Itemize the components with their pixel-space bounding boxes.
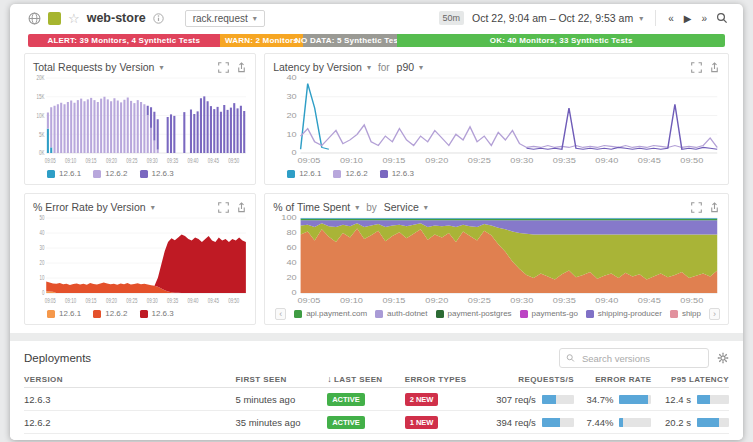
expand-icon[interactable] <box>218 202 229 213</box>
new-errors-badge[interactable]: 1 NEW <box>405 416 439 429</box>
latency-svg: 01020304009:0509:1009:1509:2009:2509:300… <box>273 75 720 167</box>
legend-item[interactable]: 12.6.1 <box>47 309 81 318</box>
export-icon[interactable] <box>709 62 720 73</box>
bar-segment <box>120 102 122 153</box>
p95-latency-bar <box>697 395 729 404</box>
legend-swatch <box>140 170 148 178</box>
legend-item[interactable]: auth-dotnet <box>375 309 427 318</box>
latency-chart[interactable]: 01020304009:0509:1009:1509:2009:2509:300… <box>273 75 720 167</box>
x-axis-tick: 09:20 <box>425 158 448 166</box>
bar-segment <box>170 114 172 153</box>
legend-item[interactable]: 12.6.3 <box>140 169 174 178</box>
column-header[interactable]: ↓LAST SEEN <box>327 374 405 384</box>
time-spent-legend: ‹api.payment.comauth-dotnetpayment-postg… <box>273 307 720 320</box>
export-icon[interactable] <box>236 62 247 73</box>
error-rate-chart[interactable]: 0102030405009:0509:1009:1509:2009:2509:3… <box>33 215 247 307</box>
column-header[interactable]: REQUESTS/S <box>489 375 574 384</box>
skip-back-button[interactable]: « <box>664 11 678 26</box>
legend-item[interactable]: 12.6.2 <box>333 169 367 178</box>
info-icon[interactable] <box>153 13 164 24</box>
bar-segment <box>200 98 202 153</box>
bar-segment <box>233 103 235 153</box>
legend-item[interactable]: 12.6.1 <box>287 169 321 178</box>
chevron-down-icon: ▾ <box>151 203 155 212</box>
status-segment-3[interactable]: OK: 40 Monitors, 33 Synthetic Tests <box>397 34 725 47</box>
export-icon[interactable] <box>236 202 247 213</box>
x-axis-tick: 09:05 <box>298 158 321 166</box>
legend-label: 12.6.1 <box>59 169 81 178</box>
metric-selector-dropdown[interactable]: rack.request ▾ <box>185 10 265 27</box>
legend-item[interactable]: 12.6.3 <box>140 309 174 318</box>
legend-item[interactable]: 12.6.2 <box>93 309 127 318</box>
skip-forward-button[interactable]: » <box>697 11 711 26</box>
legend-swatch <box>670 310 678 318</box>
p95-latency-value: 20.2 s <box>665 417 691 428</box>
column-header[interactable]: VERSION <box>24 375 236 384</box>
settings-gear-button[interactable] <box>717 352 729 364</box>
group-by-dropdown[interactable]: Service ▾ <box>384 201 428 213</box>
x-axis-tick: 09:45 <box>638 158 661 166</box>
requests-per-sec: 307 req/s <box>489 394 574 405</box>
x-axis-tick: 09:05 <box>298 298 321 306</box>
chart-title-dropdown[interactable]: Total Requests by Version ▾ <box>33 61 163 73</box>
favorite-star-icon[interactable]: ☆ <box>68 12 80 25</box>
chart-title-dropdown[interactable]: Latency by Version ▾ <box>273 61 371 73</box>
status-segment-0[interactable]: ALERT: 39 Monitors, 4 Synthetic Tests <box>28 34 220 47</box>
table-row[interactable]: 12.6.35 minutes agoACTIVE2 NEW307 req/s3… <box>24 388 729 411</box>
column-header[interactable]: ERROR TYPES <box>405 375 490 384</box>
legend-label: payment-postgres <box>448 309 512 318</box>
y-axis-tick: 20 <box>287 112 298 120</box>
bar-segment <box>50 107 52 147</box>
total-requests-chart[interactable]: 0K5K10K15K20K09:0509:1009:1509:2009:2509… <box>33 75 247 167</box>
zoom-search-button[interactable] <box>713 10 731 26</box>
y-axis-tick: 0 <box>42 289 45 296</box>
legend-item[interactable]: payment-postgres <box>436 309 512 318</box>
expand-icon[interactable] <box>218 62 229 73</box>
legend-item[interactable]: 12.6.3 <box>380 169 414 178</box>
bar-segment <box>54 106 56 153</box>
legend-next-button[interactable]: › <box>709 308 720 320</box>
legend-item[interactable]: shipping-producer <box>586 309 662 318</box>
export-icon[interactable] <box>709 202 720 213</box>
column-header[interactable]: ERROR RATE <box>574 375 652 384</box>
connector-label: by <box>366 202 377 213</box>
legend-item[interactable]: payments-go <box>520 309 578 318</box>
legend-swatch <box>520 310 528 318</box>
error-rate-bar <box>619 395 651 404</box>
play-button[interactable]: ▶ <box>680 11 696 26</box>
legend-item[interactable]: api.payment.com <box>294 309 367 318</box>
legend-prev-button[interactable]: ‹ <box>275 308 286 320</box>
percentile-dropdown[interactable]: p90 ▾ <box>397 61 424 73</box>
y-axis-tick: 0K <box>39 149 44 156</box>
bar-segment <box>183 112 185 153</box>
chart-title-dropdown[interactable]: % of Time Spent ▾ <box>273 201 359 213</box>
x-axis-tick: 09:25 <box>468 298 491 306</box>
bar-segment <box>110 101 112 153</box>
bar-segment <box>83 101 85 153</box>
legend-swatch <box>93 310 101 318</box>
bar-segment <box>50 147 52 153</box>
column-header[interactable]: FIRST SEEN <box>236 375 328 384</box>
search-versions-input[interactable] <box>580 352 702 365</box>
column-header[interactable]: P95 LATENCY <box>651 375 729 384</box>
status-segment-2[interactable]: NO DATA: 5 Synthetic Tests <box>303 34 397 47</box>
table-row[interactable]: 12.6.235 minutes agoACTIVE1 NEW394 req/s… <box>24 411 729 434</box>
search-versions-box[interactable] <box>559 348 709 368</box>
chart-title-dropdown[interactable]: % Error Rate by Version ▾ <box>33 201 155 213</box>
bar-segment <box>123 100 125 153</box>
expand-icon[interactable] <box>691 62 702 73</box>
legend-item[interactable]: shipp <box>670 309 701 318</box>
x-axis-tick: 09:40 <box>187 158 199 165</box>
new-errors-badge[interactable]: 2 NEW <box>405 393 439 406</box>
status-segment-1[interactable]: WARN: 2 Monitors <box>220 34 304 47</box>
legend-item[interactable]: 12.6.1 <box>47 169 81 178</box>
time-spent-chart[interactable]: 02040608010009:0509:1009:1509:2009:2509:… <box>273 215 720 307</box>
y-axis-tick: 10 <box>39 274 44 281</box>
time-range-selector[interactable]: Oct 22, 9:04 am – Oct 22, 9:53 am ▾ <box>472 12 643 24</box>
requests-per-sec-value: 394 req/s <box>496 417 536 428</box>
latency-legend: 12.6.112.6.212.6.3 <box>273 167 720 180</box>
legend-item[interactable]: 12.6.2 <box>93 169 127 178</box>
y-axis-tick: 15K <box>37 93 45 100</box>
expand-icon[interactable] <box>691 202 702 213</box>
deployments-table-header: VERSIONFIRST SEEN↓LAST SEENERROR TYPESRE… <box>24 371 729 388</box>
